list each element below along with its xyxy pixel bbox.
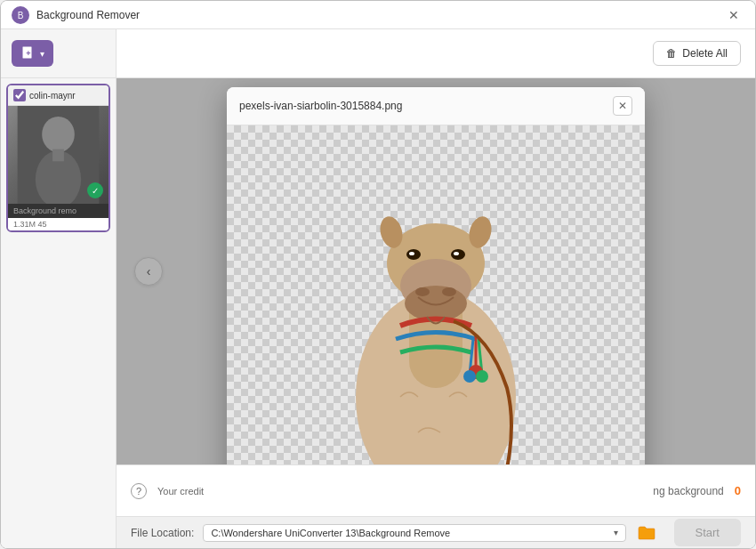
delete-icon: 🗑: [666, 47, 677, 60]
bg-label: ng background: [653, 485, 723, 497]
close-window-button[interactable]: ✕: [723, 4, 744, 26]
svg-rect-7: [52, 149, 64, 162]
bg-count: 0: [735, 484, 741, 497]
list-item[interactable]: colin-maynr: [6, 84, 110, 232]
svg-point-14: [442, 287, 456, 296]
start-button[interactable]: Start: [674, 519, 741, 546]
file-location-label: File Location:: [131, 527, 194, 539]
title-bar-left: B Background Remover: [12, 6, 140, 24]
svg-point-26: [463, 370, 476, 383]
svg-text:+: +: [26, 49, 30, 58]
sidebar-item-status-badge: ✓: [87, 182, 103, 198]
bottom-bar: ? Your credit ng background 0: [117, 464, 755, 516]
sidebar-item-header: colin-maynr: [8, 85, 109, 106]
file-location-path[interactable]: C:\Wondershare UniConverter 13\Backgroun…: [203, 524, 625, 542]
add-files-button[interactable]: + ▾: [12, 40, 53, 67]
svg-point-18: [454, 252, 459, 255]
svg-point-5: [42, 117, 75, 152]
preview-modal: pexels-ivan-siarbolin-3015884.png ✕: [117, 78, 755, 464]
app-icon: B: [12, 6, 29, 24]
preview-window: pexels-ivan-siarbolin-3015884.png ✕: [227, 87, 645, 464]
browse-folder-button[interactable]: [635, 521, 658, 545]
add-button-chevron: ▾: [40, 49, 44, 59]
path-chevron-icon: ▾: [614, 528, 618, 537]
preview-filename: pexels-ivan-siarbolin-3015884.png: [239, 100, 402, 112]
camel-image: [311, 139, 560, 464]
app-content: + ▾ colin-maynr: [1, 29, 755, 548]
svg-point-13: [415, 287, 430, 296]
main-window: B Background Remover ✕ + ▾: [0, 0, 756, 549]
main-content: ‹ pexels-ivan-siarbolin-3015884.png ✕: [117, 78, 755, 464]
camel-preview: [302, 134, 569, 464]
sidebar-items: colin-maynr: [1, 78, 116, 548]
add-file-icon: +: [20, 45, 36, 61]
file-location-bar: File Location: C:\Wondershare UniConvert…: [117, 516, 755, 548]
sidebar-item-thumbnail: ✓: [8, 106, 109, 204]
help-icon[interactable]: ?: [131, 483, 147, 499]
sidebar-item-info: 1.31M 45: [8, 218, 109, 230]
svg-text:B: B: [18, 11, 24, 20]
svg-point-12: [405, 286, 467, 321]
main-area: 🗑 Delete All ‹ pexels-ivan-siarbolin-301…: [117, 29, 755, 548]
sidebar-toolbar: + ▾: [1, 29, 116, 78]
folder-icon: [638, 526, 655, 540]
delete-all-button[interactable]: 🗑 Delete All: [653, 41, 741, 66]
delete-all-label: Delete All: [682, 47, 728, 60]
preview-header: pexels-ivan-siarbolin-3015884.png ✕: [227, 87, 645, 125]
title-bar: B Background Remover ✕: [1, 1, 755, 29]
svg-point-17: [409, 252, 414, 255]
sidebar-item-status-text: Background remo: [8, 204, 109, 218]
main-toolbar: 🗑 Delete All: [117, 29, 755, 78]
sidebar: + ▾ colin-maynr: [1, 29, 117, 548]
file-location-path-text: C:\Wondershare UniConverter 13\Backgroun…: [211, 528, 450, 538]
preview-body: [227, 125, 645, 464]
svg-point-25: [476, 370, 488, 383]
window-title: Background Remover: [36, 9, 140, 21]
sidebar-item-checkbox[interactable]: [13, 89, 26, 101]
preview-close-button[interactable]: ✕: [613, 96, 632, 116]
sidebar-item-name: colin-maynr: [29, 91, 76, 101]
credit-text: Your credit: [157, 486, 642, 497]
